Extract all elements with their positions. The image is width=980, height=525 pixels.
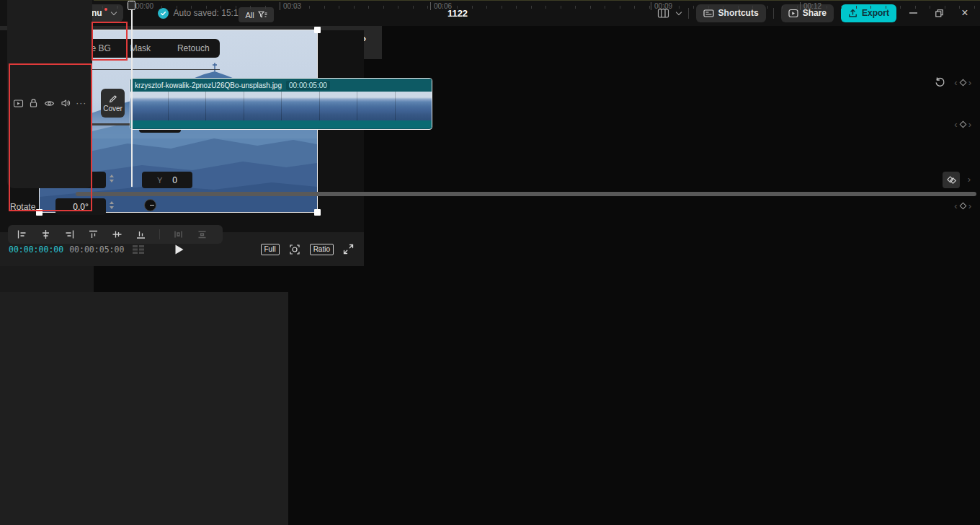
ratio-button[interactable]: Ratio — [310, 244, 334, 255]
ruler-label: 00:06 — [430, 2, 452, 10]
timeline-clip[interactable]: krzysztof-kowalik-2pnozU26QBo-unsplash.j… — [130, 78, 432, 130]
timeline-ruler-labels[interactable]: 00:0000:0300:0600:0900:12 — [0, 0, 980, 13]
track-type-icon — [13, 99, 24, 108]
align-left-icon[interactable] — [17, 229, 27, 239]
resize-handle[interactable] — [314, 209, 321, 216]
play-button[interactable] — [174, 244, 184, 255]
alignment-toolbar — [8, 225, 223, 244]
pencil-icon — [109, 94, 117, 103]
cover-button[interactable]: Cover — [101, 89, 125, 118]
capcut-window: CapCut Menu Auto saved: 15:15:09 1122 — [0, 0, 980, 525]
position-x-stepper[interactable] — [110, 175, 114, 182]
scale-keyframe-nav[interactable]: ‹› — [954, 119, 971, 130]
position-y-field[interactable]: Y 0 — [142, 172, 192, 188]
align-center-horizontal-icon[interactable] — [40, 229, 51, 239]
ruler-label: 00:12 — [800, 2, 821, 10]
track-controls: ··· — [7, 98, 92, 108]
y-value: 0 — [172, 175, 177, 185]
ruler-label: 00:03 — [280, 2, 301, 10]
clip-header: krzysztof-kowalik-2pnozU26QBo-unsplash.j… — [130, 79, 432, 92]
clip-filename: krzysztof-kowalik-2pnozU26QBo-unsplash.j… — [135, 81, 282, 89]
frame-view-icon[interactable] — [131, 244, 146, 255]
filmstrip-frame — [396, 92, 433, 120]
hide-track-icon[interactable] — [44, 100, 55, 107]
lock-track-icon[interactable] — [29, 98, 38, 108]
rotate-dial-needle — [150, 205, 154, 206]
fullscreen-icon[interactable] — [343, 244, 354, 255]
distribute-vertical-icon[interactable] — [197, 229, 208, 239]
position-keyframe-next[interactable]: › — [968, 174, 971, 185]
horizontal-scrollbar[interactable] — [76, 192, 976, 196]
player-view-controls: Full Ratio — [261, 244, 354, 255]
resize-handle[interactable] — [314, 27, 321, 33]
filmstrip-frame — [320, 92, 358, 120]
filmstrip-frame — [169, 92, 207, 120]
clip-footer — [130, 120, 432, 128]
current-timecode: 00:00:00:00 — [9, 244, 63, 255]
ruler-label: 00:09 — [651, 2, 672, 10]
divider — [159, 229, 160, 239]
align-center-vertical-icon[interactable] — [112, 229, 122, 239]
resize-handle[interactable] — [36, 209, 43, 216]
mute-track-icon[interactable] — [61, 99, 71, 107]
filmstrip-frame — [206, 92, 244, 120]
filmstrip-frame — [357, 92, 396, 120]
text-effects-panel: All Trending ART ART ART ART ART ART ART… — [0, 292, 288, 525]
align-top-icon[interactable] — [88, 229, 99, 239]
clip-duration-badge: 00:00:05:00 — [286, 81, 330, 90]
transform-reset-button[interactable] — [935, 77, 945, 88]
transform-keyframe-nav[interactable]: ‹› — [954, 77, 971, 88]
align-bottom-icon[interactable] — [135, 229, 146, 239]
position-keyframe-button[interactable] — [943, 172, 960, 188]
filmstrip-frame — [130, 92, 169, 120]
playhead-handle[interactable] — [128, 1, 135, 10]
clip-filmstrip — [130, 92, 432, 120]
playhead-line[interactable] — [131, 9, 133, 187]
track-more-icon[interactable]: ··· — [76, 98, 86, 108]
rotate-stepper[interactable] — [110, 201, 114, 209]
rotate-label: Rotate — [10, 202, 35, 212]
cover-label: Cover — [103, 105, 122, 112]
track-header-panel: ··· — [7, 0, 92, 188]
duration-timecode: 00:00:05:00 — [69, 244, 124, 255]
rotate-dial[interactable] — [144, 199, 156, 211]
full-button[interactable]: Full — [261, 244, 280, 255]
distribute-horizontal-icon[interactable] — [173, 229, 184, 239]
filmstrip-frame — [282, 92, 320, 120]
subtab-mask[interactable]: Mask — [114, 39, 167, 58]
subtab-retouch[interactable]: Retouch — [167, 39, 220, 58]
align-right-icon[interactable] — [64, 229, 75, 239]
rotate-keyframe-nav[interactable]: ‹› — [954, 200, 971, 211]
filmstrip-frame — [244, 92, 282, 120]
rotate-value-field[interactable]: 0.0° — [55, 198, 106, 215]
y-label: Y — [157, 176, 162, 185]
fit-zoom-icon[interactable] — [289, 244, 300, 255]
